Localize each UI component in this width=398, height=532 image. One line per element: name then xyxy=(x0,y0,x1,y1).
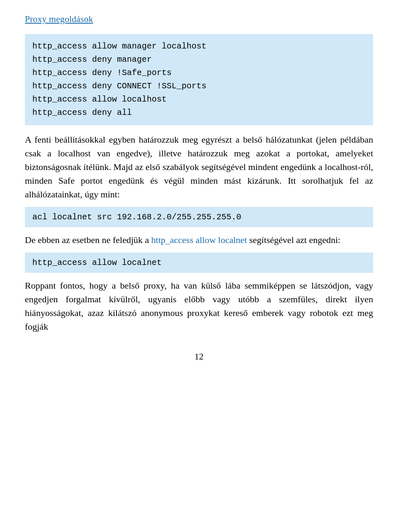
code-block-3: http_access allow localnet xyxy=(25,253,373,273)
page-number: 12 xyxy=(25,350,373,363)
paragraph-2-after: segítségével azt engedni: xyxy=(247,235,340,245)
code-block-1: http_access allow manager localhost http… xyxy=(25,34,373,125)
http-access-allow-link[interactable]: http_access allow localnet xyxy=(151,235,247,245)
paragraph-2-before: De ebben az esetben ne feledjük a xyxy=(25,235,151,245)
body-paragraph-2: De ebben az esetben ne feledjük a http_a… xyxy=(25,233,373,247)
code-block-2: acl localnet src 192.168.2.0/255.255.255… xyxy=(25,207,373,227)
body-paragraph-1: A fenti beállításokkal egyben határozzuk… xyxy=(25,133,373,201)
page-title: Proxy megoldások xyxy=(25,12,373,26)
body-paragraph-3: Roppant fontos, hogy a belső proxy, ha v… xyxy=(25,279,373,333)
